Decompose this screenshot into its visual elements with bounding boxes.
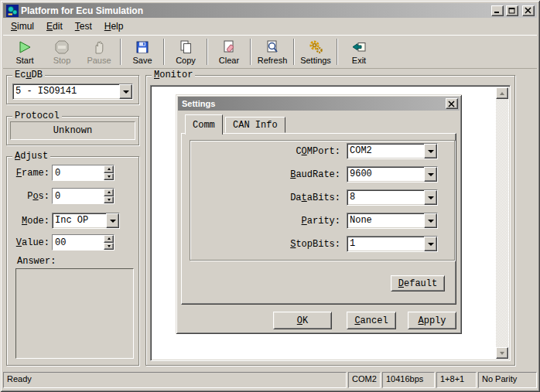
adjust-caption: Adjust [12, 151, 50, 162]
minimize-button[interactable] [491, 5, 504, 16]
mode-value: Inc OP [53, 213, 106, 228]
exit-label: Exit [352, 56, 366, 65]
databits-dropdown-button[interactable] [424, 190, 437, 205]
chevron-down-icon [428, 243, 434, 249]
ecudb-caption: EcuDB [12, 70, 45, 80]
ecudb-dropdown-button[interactable] [119, 84, 132, 99]
apply-button[interactable]: Apply [408, 312, 456, 329]
ecudb-value: 5 - ISO9141 [13, 84, 119, 99]
stopbits-label: StopBits: [224, 239, 340, 250]
scroll-down-icon [500, 352, 504, 357]
minimize-icon [494, 7, 501, 14]
toolbar-separator [337, 39, 338, 65]
tab-comm-label: Comm [193, 120, 215, 131]
spin-down-icon [108, 199, 111, 203]
tab-can-info[interactable]: CAN Info [225, 117, 285, 133]
settings-dialog-titlebar: Settings [178, 97, 460, 111]
toolbar-separator [120, 39, 121, 65]
stopbits-dropdown[interactable]: 1 [347, 236, 438, 252]
menu-edit[interactable]: Edit [40, 19, 69, 33]
parity-dropdown-button[interactable] [424, 213, 437, 228]
ok-button[interactable]: OK [273, 312, 332, 329]
spin-up-icon [108, 166, 111, 170]
comport-dropdown-button[interactable] [424, 144, 437, 159]
comport-label: COMPort: [224, 146, 340, 157]
stop-icon [54, 39, 70, 56]
close-button[interactable] [522, 5, 535, 16]
refresh-label: Refresh [258, 56, 288, 65]
pos-input[interactable] [53, 189, 104, 203]
status-com-port: COM2 [348, 372, 381, 388]
clear-button[interactable]: Clear [210, 36, 248, 67]
toolbar-separator [250, 39, 251, 65]
value-input[interactable] [53, 235, 104, 250]
pos-spin-up[interactable] [104, 189, 114, 196]
answer-listbox[interactable] [15, 268, 134, 359]
stopbits-dropdown-button[interactable] [424, 237, 437, 251]
exit-icon [351, 39, 367, 56]
scroll-up-button[interactable] [496, 87, 508, 99]
menu-help[interactable]: Help [98, 19, 130, 33]
save-button[interactable]: Save [124, 36, 161, 67]
value-label: Value: [9, 237, 50, 248]
close-icon [525, 7, 532, 14]
settings-button[interactable]: Settings [297, 36, 334, 67]
chevron-down-icon [123, 90, 129, 97]
toolbar: Start Stop Pause Save Copy Clear Refresh [3, 35, 537, 69]
comport-value: COM2 [347, 144, 424, 159]
chevron-down-icon [428, 173, 434, 179]
mode-label: Mode: [9, 216, 50, 227]
settings-dialog-title: Settings [182, 99, 446, 108]
spin-up-icon [108, 236, 111, 240]
comport-dropdown[interactable]: COM2 [347, 143, 438, 159]
pause-icon [91, 39, 107, 56]
refresh-button[interactable]: Refresh [254, 36, 291, 67]
app-window: Platform for Ecu Simulation Simul Edit T… [0, 0, 540, 392]
tab-can-info-label: CAN Info [233, 120, 278, 131]
status-message: Ready [3, 372, 347, 388]
scroll-up-icon [500, 90, 504, 95]
parity-label: Parity: [224, 216, 340, 227]
mode-dropdown-button[interactable] [106, 213, 119, 228]
baudrate-dropdown-button[interactable] [424, 167, 437, 182]
tab-comm[interactable]: Comm [185, 114, 223, 135]
value-spin-up[interactable] [104, 235, 114, 243]
pos-spin-down[interactable] [104, 196, 114, 204]
stopbits-value: 1 [347, 237, 424, 251]
parity-dropdown[interactable]: None [347, 213, 438, 229]
maximize-button[interactable] [506, 5, 518, 16]
exit-button[interactable]: Exit [340, 36, 378, 67]
app-icon [6, 5, 19, 17]
stop-label: Stop [53, 56, 71, 65]
maximize-icon [508, 7, 516, 14]
monitor-scrollbar[interactable] [496, 87, 508, 359]
mode-dropdown[interactable]: Inc OP [52, 213, 120, 229]
toolbar-separator [163, 39, 165, 65]
status-baud-rate: 10416bps [382, 372, 435, 388]
copy-button[interactable]: Copy [167, 36, 204, 67]
cancel-button[interactable]: Cancel [347, 312, 396, 329]
status-parity: No Parity [478, 372, 537, 388]
databits-dropdown[interactable]: 8 [347, 189, 438, 206]
value-spinner [52, 234, 114, 251]
menu-simul[interactable]: Simul [5, 19, 40, 33]
answer-label: Answer: [17, 256, 56, 267]
value-spin-down[interactable] [104, 243, 114, 251]
chevron-down-icon [428, 196, 434, 203]
stop-button: Stop [43, 36, 80, 67]
ecudb-dropdown[interactable]: 5 - ISO9141 [12, 84, 133, 100]
default-button[interactable]: Default [391, 275, 445, 291]
baudrate-dropdown[interactable]: 9600 [347, 166, 438, 182]
menu-test[interactable]: Test [69, 19, 98, 33]
start-button[interactable]: Start [6, 36, 43, 67]
spin-up-icon [108, 189, 111, 193]
frame-spin-up[interactable] [104, 165, 114, 173]
chevron-down-icon [110, 220, 116, 226]
frame-spin-down[interactable] [104, 173, 114, 181]
scroll-down-button[interactable] [496, 347, 508, 359]
databits-value: 8 [347, 190, 424, 205]
frame-input[interactable] [53, 165, 104, 180]
settings-close-button[interactable] [446, 98, 458, 109]
start-label: Start [15, 56, 33, 65]
status-frame-format: 1+8+1 [436, 372, 477, 388]
